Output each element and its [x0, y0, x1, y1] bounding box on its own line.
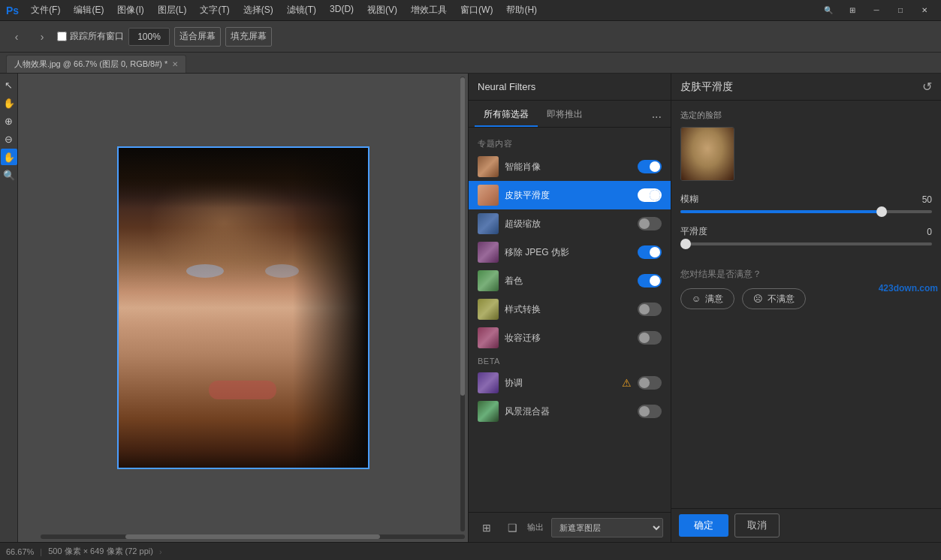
menu-image[interactable]: 图像(I) — [111, 2, 149, 18]
filter-toggle-zoom[interactable] — [638, 217, 662, 230]
window-controls: 🔍 ⊞ ─ □ ✕ — [818, 2, 935, 19]
menu-view[interactable]: 视图(V) — [361, 2, 403, 18]
h-scrollbar[interactable] — [41, 534, 465, 539]
filter-name-skin: 皮肤平滑度 — [505, 189, 632, 202]
reset-icon[interactable]: ↺ — [922, 80, 932, 94]
filter-toggle-color[interactable] — [638, 274, 662, 288]
smoothness-label: 平滑度 — [680, 225, 707, 238]
document-tab[interactable]: 人物效果.jpg @ 66.7% (图层 0, RGB/8#) * ✕ — [6, 55, 186, 73]
tab-all-filters[interactable]: 所有筛选器 — [475, 104, 538, 127]
confirm-button[interactable]: 确定 — [679, 514, 728, 537]
filter-landscape-mixer[interactable]: 风景混合器 — [469, 397, 671, 426]
unsatisfied-button[interactable]: ☹ 不满意 — [742, 288, 806, 309]
menu-layer[interactable]: 图层(L) — [152, 2, 193, 18]
neural-panel-title: Neural Filters — [478, 81, 535, 92]
face-preview-image — [681, 128, 734, 180]
more-options-icon[interactable]: ··· — [649, 107, 665, 127]
menu-bar: 文件(F) 编辑(E) 图像(I) 图层(L) 文字(T) 选择(S) 滤镜(T… — [25, 2, 812, 18]
zoom-in-tool[interactable]: ⊕ — [1, 113, 17, 129]
zoom-input[interactable]: 100% — [128, 28, 170, 46]
filter-thumb-style — [478, 299, 499, 320]
compare-icon[interactable]: ⊞ — [476, 517, 497, 538]
back-button[interactable]: ‹ — [6, 26, 27, 47]
fill-screen-button[interactable]: 填充屏幕 — [225, 27, 272, 47]
face-preview — [680, 127, 734, 181]
satisfaction-question: 您对结果是否满意？ — [680, 268, 932, 281]
filter-harmony[interactable]: 协调 ⚠ — [469, 369, 671, 397]
filter-super-zoom[interactable]: 超级缩放 — [469, 209, 671, 238]
filter-thumb-makeup — [478, 327, 499, 348]
search-icon[interactable]: 🔍 — [818, 2, 839, 19]
filter-colorize[interactable]: 着色 — [469, 266, 671, 295]
filter-thumb-portrait — [478, 156, 499, 177]
workspace-icon[interactable]: ⊞ — [842, 2, 863, 19]
menu-filter[interactable]: 滤镜(T) — [281, 2, 322, 18]
tab-close-icon[interactable]: ✕ — [172, 60, 178, 68]
menu-plugins[interactable]: 增效工具 — [405, 2, 453, 18]
output-select[interactable]: 新遮罩图层 当前图层 新建图层 智能滤镜 — [551, 518, 663, 537]
menu-file[interactable]: 文件(F) — [25, 2, 66, 18]
filter-name-color: 着色 — [505, 275, 632, 288]
filter-skin-smoothing[interactable]: 皮肤平滑度 — [469, 181, 671, 209]
smoothness-slider-thumb[interactable] — [680, 239, 691, 249]
filter-name-landscape: 风景混合器 — [505, 405, 632, 418]
satisfied-label: 满意 — [705, 293, 723, 306]
cancel-button[interactable]: 取消 — [734, 513, 780, 537]
satisfied-button[interactable]: ☺ 满意 — [680, 288, 734, 309]
move-tool[interactable]: ↖ — [1, 77, 17, 93]
menu-window[interactable]: 窗口(W) — [454, 2, 499, 18]
filter-name-style: 样式转换 — [505, 303, 632, 316]
filter-thumb-harmony — [478, 372, 499, 393]
tools-panel: ↖ ✋ ⊕ ⊖ ✋ 🔍 — [0, 74, 18, 542]
filter-jpeg-artifacts[interactable]: 移除 JPEG 伪影 — [469, 238, 671, 266]
filter-toggle-jpeg[interactable] — [638, 245, 662, 259]
blur-slider-thumb[interactable] — [876, 206, 887, 217]
track-all-checkbox[interactable] — [57, 32, 67, 41]
fit-screen-button[interactable]: 适合屏幕 — [174, 27, 221, 47]
filter-toggle-landscape[interactable] — [638, 405, 662, 418]
section-beta-label: BETA — [469, 352, 671, 369]
filter-name-makeup: 妆容迁移 — [505, 332, 632, 345]
menu-3d[interactable]: 3D(D) — [324, 2, 360, 18]
search-tool[interactable]: 🔍 — [1, 167, 17, 183]
close-button[interactable]: ✕ — [914, 2, 935, 19]
filter-toggle-skin[interactable] — [638, 188, 662, 202]
blur-slider-section: 模糊 50 — [680, 193, 932, 213]
blur-slider-fill — [680, 210, 882, 213]
maximize-button[interactable]: □ — [890, 2, 911, 19]
menu-text[interactable]: 文字(T) — [194, 2, 235, 18]
face-section: 选定的脸部 — [680, 110, 932, 181]
filter-name-zoom: 超级缩放 — [505, 218, 632, 230]
filter-thumb-jpeg — [478, 242, 499, 263]
canvas-content — [117, 146, 369, 469]
filter-toggle-harmony[interactable] — [638, 376, 662, 390]
canvas-image — [117, 146, 369, 469]
blur-label: 模糊 — [680, 193, 698, 206]
size-status: 500 像素 × 649 像素 (72 ppi) — [48, 546, 153, 557]
filter-toggle-makeup[interactable] — [638, 331, 662, 345]
tab-coming-soon[interactable]: 即将推出 — [538, 104, 592, 127]
filter-style-transfer[interactable]: 样式转换 — [469, 295, 671, 324]
menu-select[interactable]: 选择(S) — [237, 2, 279, 18]
filter-thumb-zoom — [478, 213, 499, 234]
filter-smart-portrait[interactable]: 智能肖像 — [469, 152, 671, 181]
filter-makeup-transfer[interactable]: 妆容迁移 — [469, 324, 671, 352]
status-bar: 66.67% | 500 像素 × 649 像素 (72 ppi) › — [0, 542, 941, 560]
hand-tool[interactable]: ✋ — [1, 95, 17, 111]
filter-name-jpeg: 移除 JPEG 伪影 — [505, 246, 632, 259]
canvas-area — [18, 74, 468, 542]
pan-tool[interactable]: ✋ — [1, 149, 17, 165]
minimize-button[interactable]: ─ — [866, 2, 887, 19]
menu-help[interactable]: 帮助(H) — [500, 2, 543, 18]
smoothness-slider-track[interactable] — [680, 242, 932, 245]
filter-toggle-style[interactable] — [638, 303, 662, 316]
track-all-checkbox-label[interactable]: 跟踪所有窗口 — [57, 30, 124, 43]
layers-icon[interactable]: ❑ — [502, 517, 523, 538]
forward-button[interactable]: › — [32, 26, 53, 47]
v-scrollbar[interactable] — [460, 77, 465, 531]
zoom-out-tool[interactable]: ⊖ — [1, 131, 17, 147]
filter-toggle-portrait[interactable] — [638, 160, 662, 173]
blur-slider-track[interactable] — [680, 210, 932, 213]
title-bar: Ps 文件(F) 编辑(E) 图像(I) 图层(L) 文字(T) 选择(S) 滤… — [0, 0, 941, 21]
menu-edit[interactable]: 编辑(E) — [68, 2, 110, 18]
